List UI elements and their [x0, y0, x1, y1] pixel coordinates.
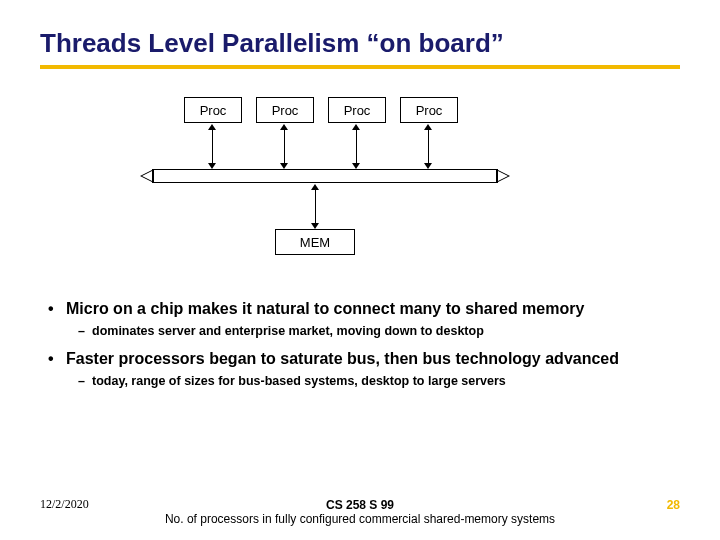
bullet-item: Faster processors began to saturate bus,… — [40, 349, 680, 369]
connector — [428, 127, 429, 165]
arrowhead-up-icon — [208, 124, 216, 130]
bus-arrow-left-icon — [140, 169, 154, 183]
proc-box: Proc — [256, 97, 314, 123]
bus-arrow-right-icon — [496, 169, 510, 183]
arrowhead-up-icon — [311, 184, 319, 190]
bullet-list: Micro on a chip makes it natural to conn… — [40, 299, 680, 390]
connector — [315, 187, 316, 225]
bullet-item: Micro on a chip makes it natural to conn… — [40, 299, 680, 319]
sub-bullet-item: dominates server and enterprise market, … — [40, 323, 680, 339]
proc-box: Proc — [400, 97, 458, 123]
arrowhead-up-icon — [280, 124, 288, 130]
connector — [284, 127, 285, 165]
footer-course: CS 258 S 99 — [326, 498, 394, 512]
slide-title: Threads Level Parallelism “on board” — [40, 28, 680, 59]
footer-caption: No. of processors in fully configured co… — [165, 512, 555, 526]
proc-box: Proc — [184, 97, 242, 123]
connector — [212, 127, 213, 165]
proc-box: Proc — [328, 97, 386, 123]
arrowhead-up-icon — [352, 124, 360, 130]
sub-bullet-item: today, range of sizes for bus-based syst… — [40, 373, 680, 389]
footer-page-number: 28 — [667, 498, 680, 512]
slide-footer: 12/2/2020 CS 258 S 99 No. of processors … — [0, 498, 720, 526]
footer-date: 12/2/2020 — [40, 497, 89, 512]
shared-bus — [140, 169, 510, 183]
title-rule — [40, 65, 680, 69]
mem-box: MEM — [275, 229, 355, 255]
arrowhead-up-icon — [424, 124, 432, 130]
connector — [356, 127, 357, 165]
bus-diagram: Proc Proc Proc Proc MEM — [140, 97, 570, 287]
